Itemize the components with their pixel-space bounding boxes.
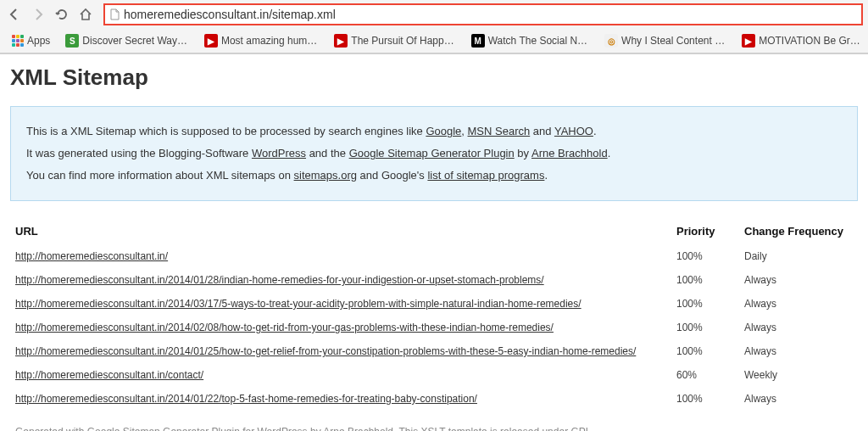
page-icon xyxy=(108,8,120,20)
address-bar[interactable]: homeremediesconsultant.in/sitemap.xml xyxy=(103,3,863,25)
apps-label: Apps xyxy=(27,35,50,47)
apps-icon xyxy=(12,35,24,47)
bookmark-item[interactable]: MWatch The Social N… xyxy=(465,32,594,49)
home-button[interactable] xyxy=(76,5,95,24)
priority-cell: 100% xyxy=(671,387,739,411)
bookmark-favicon: ▶ xyxy=(204,34,218,48)
priority-cell: 100% xyxy=(671,268,739,292)
priority-cell: 100% xyxy=(671,292,739,316)
sitemap-url-link[interactable]: http://homeremediesconsultant.in/2014/01… xyxy=(15,274,544,286)
bookmark-label: Most amazing hum… xyxy=(221,35,317,47)
header-url: URL xyxy=(10,218,671,244)
priority-cell: 60% xyxy=(671,363,739,387)
bookmark-favicon: ▶ xyxy=(334,34,348,48)
bookmark-item[interactable]: ◎Why I Steal Content … xyxy=(598,32,732,49)
bookmark-label: Why I Steal Content … xyxy=(621,35,725,47)
reload-button[interactable] xyxy=(53,5,71,24)
sitemap-url-link[interactable]: http://homeremediesconsultant.in/2014/02… xyxy=(15,322,554,333)
header-frequency: Change Frequency xyxy=(739,218,858,244)
sitemap-url-link[interactable]: http://homeremediesconsultant.in/2014/03… xyxy=(15,298,581,310)
table-row: http://homeremediesconsultant.in/100%Dai… xyxy=(10,244,858,268)
frequency-cell: Weekly xyxy=(739,363,858,387)
bookmark-label: Watch The Social N… xyxy=(488,35,587,47)
page-title: XML Sitemap xyxy=(10,64,858,91)
link-generator-plugin[interactable]: Google Sitemap Generator Plugin for Word… xyxy=(87,426,308,431)
notice-line-1: This is a XML Sitemap which is supposed … xyxy=(26,120,842,143)
bookmark-item[interactable]: SDiscover Secret Way… xyxy=(58,32,194,49)
sitemap-url-link[interactable]: http://homeremediesconsultant.in/2014/01… xyxy=(15,393,477,405)
bookmark-label: Discover Secret Way… xyxy=(82,35,187,47)
bookmark-favicon: ▶ xyxy=(742,34,755,48)
sitemap-url-link[interactable]: http://homeremediesconsultant.in/2014/01… xyxy=(15,345,636,357)
link-plugin[interactable]: Google Sitemap Generator Plugin xyxy=(349,147,515,160)
header-priority: Priority xyxy=(671,218,739,244)
table-row: http://homeremediesconsultant.in/2014/02… xyxy=(10,316,858,339)
url-text: homeremediesconsultant.in/sitemap.xml xyxy=(124,8,858,21)
bookmark-favicon: S xyxy=(65,34,79,48)
frequency-cell: Always xyxy=(739,268,858,292)
table-row: http://homeremediesconsultant.in/2014/01… xyxy=(10,387,858,411)
notice-box: This is a XML Sitemap which is supposed … xyxy=(10,106,858,201)
bookmark-item[interactable]: ▶The Pursuit Of Happ… xyxy=(327,32,460,49)
link-wordpress[interactable]: WordPress xyxy=(252,147,306,160)
bookmark-favicon: ◎ xyxy=(604,34,618,48)
notice-line-3: You can find more information about XML … xyxy=(26,165,842,187)
browser-toolbar: homeremediesconsultant.in/sitemap.xml xyxy=(0,0,868,29)
back-button[interactable] xyxy=(5,5,24,24)
sitemap-url-link[interactable]: http://homeremediesconsultant.in/ xyxy=(15,250,168,262)
link-sitemaps-org[interactable]: sitemaps.org xyxy=(294,169,357,182)
link-arne-footer[interactable]: Arne Brachhold xyxy=(323,426,393,431)
bookmark-item[interactable]: ▶Most amazing hum… xyxy=(198,32,324,49)
table-row: http://homeremediesconsultant.in/contact… xyxy=(10,363,858,387)
apps-button[interactable]: Apps xyxy=(7,33,55,48)
link-msn[interactable]: MSN Search xyxy=(468,125,531,137)
priority-cell: 100% xyxy=(671,244,739,268)
frequency-cell: Always xyxy=(739,387,858,411)
link-sitemap-programs[interactable]: list of sitemap programs xyxy=(427,169,544,182)
bookmark-favicon: M xyxy=(471,34,485,48)
link-yahoo[interactable]: YAHOO xyxy=(554,125,593,137)
frequency-cell: Always xyxy=(739,339,858,363)
sitemap-table: URL Priority Change Frequency http://hom… xyxy=(10,218,858,411)
table-row: http://homeremediesconsultant.in/2014/03… xyxy=(10,292,858,316)
bookmark-item[interactable]: ▶MOTIVATION Be Gr… xyxy=(735,32,867,49)
bookmark-label: MOTIVATION Be Gr… xyxy=(759,35,860,47)
frequency-cell: Always xyxy=(739,292,858,316)
frequency-cell: Daily xyxy=(739,244,858,268)
page-content: XML Sitemap This is a XML Sitemap which … xyxy=(0,54,868,431)
notice-line-2: It was generated using the Blogging-Soft… xyxy=(26,143,842,165)
bookmarks-bar: Apps SDiscover Secret Way…▶Most amazing … xyxy=(0,29,868,53)
link-arne[interactable]: Arne Brachhold xyxy=(531,147,608,160)
forward-button[interactable] xyxy=(29,5,47,24)
sitemap-url-link[interactable]: http://homeremediesconsultant.in/contact… xyxy=(15,369,203,381)
generated-footer: Generated with Google Sitemap Generator … xyxy=(10,426,858,431)
priority-cell: 100% xyxy=(671,316,739,339)
priority-cell: 100% xyxy=(671,339,739,363)
browser-chrome: homeremediesconsultant.in/sitemap.xml Ap… xyxy=(0,0,868,54)
link-google[interactable]: Google xyxy=(426,125,461,137)
frequency-cell: Always xyxy=(739,316,858,339)
bookmark-label: The Pursuit Of Happ… xyxy=(351,35,453,47)
table-row: http://homeremediesconsultant.in/2014/01… xyxy=(10,268,858,292)
table-row: http://homeremediesconsultant.in/2014/01… xyxy=(10,339,858,363)
